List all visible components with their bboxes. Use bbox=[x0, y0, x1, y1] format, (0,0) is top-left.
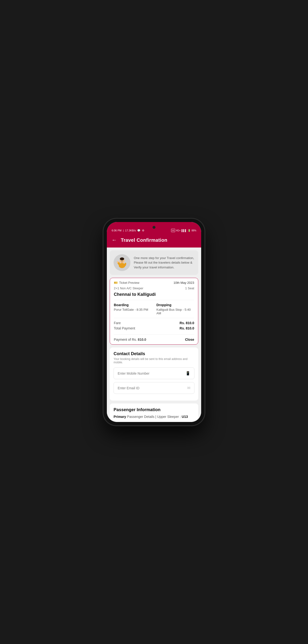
seat-badge: U13 bbox=[182, 415, 188, 418]
ticket-meta: 2+1 Non A/C Sleeper 1 Seat bbox=[110, 286, 198, 292]
ticket-date: 10th May 2023 bbox=[174, 281, 194, 284]
contact-subtitle: Your booking details will be sent to thi… bbox=[114, 357, 194, 364]
status-left: 6:06 PM | 17.3KB/s 💬 ⚙ bbox=[112, 229, 144, 232]
bus-type: 2+1 Non A/C Sleeper bbox=[114, 286, 143, 290]
status-right: Vo 4G+ ▌▌▌ 🔋 88% bbox=[171, 229, 196, 232]
total-amount: Rs. 810.0 bbox=[180, 326, 194, 330]
back-button[interactable]: ← bbox=[112, 237, 117, 243]
time: 6:06 PM bbox=[112, 229, 121, 232]
total-row: Total Payment Rs. 810.0 bbox=[114, 326, 194, 330]
ticket-card: 🎫 Ticket Preview 10th May 2023 2+1 Non A… bbox=[110, 278, 198, 344]
svg-point-1 bbox=[120, 257, 124, 260]
network-label: 4G+ bbox=[176, 229, 181, 232]
header: ← Travel Confirmation bbox=[107, 234, 201, 248]
fare-row: Fare Rs. 810.0 bbox=[114, 321, 194, 325]
settings-icon: ⚙ bbox=[142, 229, 144, 232]
camera bbox=[152, 226, 156, 229]
boarding-point: Porur TollGate - 8:35 PM bbox=[114, 308, 151, 312]
ticket-footer: Payment of Rs. 810.0 Close bbox=[110, 335, 198, 344]
phone-icon: 📱 bbox=[186, 371, 190, 376]
mobile-field-wrapper[interactable]: 📱 bbox=[114, 368, 194, 379]
volte-icon: Vo bbox=[171, 229, 175, 232]
email-input[interactable] bbox=[118, 386, 187, 390]
payment-text: Payment of Rs. 810.0 bbox=[114, 338, 146, 342]
ticket-label: 🎫 Ticket Preview bbox=[114, 281, 139, 284]
dropping-point: Kalligudi Bus Stop - 5:40 AM bbox=[157, 308, 194, 315]
dropping-col: Dropping Kalligudi Bus Stop - 5:40 AM bbox=[157, 303, 194, 315]
email-icon: ✉ bbox=[187, 386, 190, 390]
fare-section: Fare Rs. 810.0 Total Payment Rs. 810.0 bbox=[110, 318, 198, 334]
close-button[interactable]: Close bbox=[185, 338, 194, 342]
details-label: Passenger Details | Upper Sleeper : bbox=[127, 415, 181, 418]
mobile-input[interactable] bbox=[118, 372, 186, 375]
battery-level: 88% bbox=[192, 229, 196, 232]
scroll-content: One more step for your Travel confirmati… bbox=[107, 248, 201, 422]
avatar bbox=[114, 254, 130, 271]
total-label: Total Payment bbox=[114, 326, 135, 330]
ticket-header: 🎫 Ticket Preview 10th May 2023 bbox=[110, 278, 198, 286]
svg-point-7 bbox=[122, 260, 123, 261]
svg-point-6 bbox=[121, 260, 121, 261]
email-field-wrapper[interactable]: ✉ bbox=[114, 382, 194, 394]
contact-title: Contact Details bbox=[114, 351, 194, 356]
passenger-title: Passenger Information bbox=[114, 407, 194, 412]
ticket-icon: 🎫 bbox=[114, 281, 118, 284]
ticket-label-text: Ticket Preview bbox=[119, 281, 139, 284]
boarding-col: Boarding Porur TollGate - 8:35 PM bbox=[114, 303, 151, 315]
ticket-boarding: Boarding Porur TollGate - 8:35 PM Droppi… bbox=[110, 300, 198, 318]
fare-label: Fare bbox=[114, 321, 121, 325]
info-banner: One more step for your Travel confirmati… bbox=[110, 250, 198, 275]
boarding-label: Boarding bbox=[114, 303, 151, 307]
ticket-route: Chennai to Kalligudi bbox=[110, 292, 198, 300]
signal-icon: ▌▌▌ bbox=[182, 229, 187, 232]
page-title: Travel Confirmation bbox=[121, 238, 168, 243]
dropping-label: Dropping bbox=[157, 303, 194, 307]
svg-point-5 bbox=[117, 261, 119, 263]
fare-amount: Rs. 810.0 bbox=[180, 321, 194, 325]
primary-bold: Primary bbox=[114, 415, 126, 418]
contact-section: Contact Details Your booking details wil… bbox=[110, 348, 198, 400]
seat-count: 1 Seat bbox=[185, 286, 194, 290]
info-text: One more step for your Travel confirmati… bbox=[134, 256, 194, 270]
whatsapp-icon: 💬 bbox=[137, 229, 140, 232]
battery-icon: 🔋 bbox=[188, 229, 191, 232]
passenger-section: Passenger Information Primary Passenger … bbox=[110, 404, 198, 422]
speed: 17.3KB/s bbox=[125, 229, 136, 232]
payment-amount: 810.0 bbox=[138, 338, 146, 342]
separator: | bbox=[123, 229, 124, 232]
primary-passenger-label: Primary Passenger Details | Upper Sleepe… bbox=[114, 415, 194, 418]
